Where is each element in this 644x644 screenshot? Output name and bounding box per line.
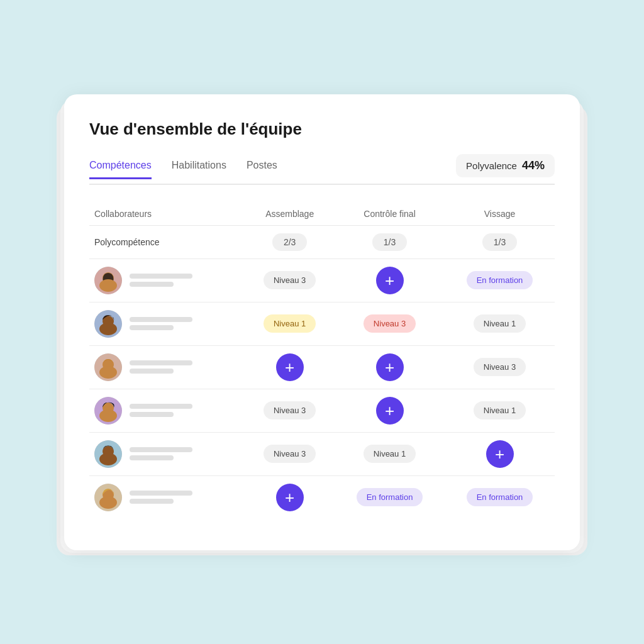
polycomp-row: Polycompétence 2/3 1/3 1/3 [89, 225, 555, 258]
skill-badge: Niveau 1 [264, 314, 316, 333]
polyvalence-badge: Polyvalence 44% [456, 154, 555, 177]
table-row: + + Niveau 3 [89, 345, 555, 389]
add-skill-button[interactable]: + [486, 440, 514, 468]
svg-point-11 [99, 409, 117, 422]
table-row: Niveau 3 Niveau 1 + [89, 432, 555, 475]
name-line [130, 360, 192, 365]
name-line [130, 447, 192, 452]
tab-habilitations[interactable]: Habilitations [172, 160, 226, 179]
avatar [94, 440, 122, 468]
collaborateur-cell [94, 397, 240, 425]
page-title: Vue d'ensemble de l'équipe [89, 119, 555, 139]
tab-competences[interactable]: Compétences [89, 160, 152, 179]
name-line [130, 369, 174, 374]
col-header-vissage: Vissage [445, 203, 555, 226]
collaborateur-cell [94, 484, 240, 511]
collaborateur-cell [94, 440, 240, 468]
name-placeholder [130, 274, 192, 287]
skill-badge: Niveau 1 [364, 445, 416, 463]
add-skill-button[interactable]: + [376, 267, 404, 294]
skill-badge: Niveau 1 [474, 314, 526, 333]
name-line [130, 317, 192, 322]
name-line [130, 325, 174, 330]
skill-badge: En formation [467, 271, 533, 289]
table-row: + En formation En formation [89, 475, 555, 519]
svg-point-5 [99, 323, 117, 335]
name-line [130, 491, 192, 496]
name-placeholder [130, 360, 192, 374]
skill-badge: Niveau 3 [264, 445, 316, 463]
avatar [94, 484, 122, 511]
svg-point-17 [99, 496, 117, 509]
skill-badge: En formation [467, 488, 533, 506]
col-header-controle: Contrôle final [335, 203, 445, 226]
polyvalence-label: Polyvalence [466, 160, 517, 171]
skill-badge: Niveau 3 [264, 401, 316, 419]
collaborateur-cell [94, 267, 240, 294]
avatar [94, 267, 122, 294]
tabs-row: Compétences Habilitations Postes Polyval… [89, 154, 555, 185]
add-skill-button[interactable]: + [276, 484, 304, 511]
add-skill-button[interactable]: + [376, 353, 404, 381]
main-card: Vue d'ensemble de l'équipe Compétences H… [64, 94, 580, 550]
svg-point-14 [99, 453, 117, 465]
polycomp-vissage: 1/3 [482, 233, 517, 251]
polycomp-assemblage: 2/3 [272, 233, 307, 251]
add-skill-button[interactable]: + [276, 353, 304, 381]
name-placeholder [130, 404, 192, 417]
name-placeholder [130, 317, 192, 330]
avatar [94, 310, 122, 338]
tab-postes[interactable]: Postes [247, 160, 277, 179]
polyvalence-value: 44% [522, 159, 545, 172]
polycomp-controle: 1/3 [372, 233, 407, 251]
add-skill-button[interactable]: + [376, 397, 404, 425]
skill-badge: Niveau 3 [364, 314, 416, 333]
skill-badge: En formation [357, 488, 423, 506]
tabs-container: Compétences Habilitations Postes [89, 160, 277, 178]
skill-badge: Niveau 3 [474, 358, 526, 376]
name-line [130, 282, 174, 287]
name-line [130, 412, 174, 417]
table-row: Niveau 1 Niveau 3 Niveau 1 [89, 302, 555, 345]
skill-badge: Niveau 3 [264, 271, 316, 289]
avatar [94, 353, 122, 381]
name-line [130, 499, 174, 504]
col-header-collaborateurs: Collaborateurs [89, 203, 245, 226]
table-row: Niveau 3 + En formation [89, 258, 555, 302]
svg-point-2 [99, 279, 117, 292]
col-header-assemblage: Assemblage [245, 203, 335, 226]
collaborateur-cell [94, 310, 240, 338]
name-line [130, 455, 174, 460]
name-placeholder [130, 491, 192, 504]
collaborateur-cell [94, 353, 240, 381]
name-placeholder [130, 447, 192, 460]
name-line [130, 404, 192, 409]
avatar [94, 397, 122, 425]
svg-point-8 [99, 366, 117, 379]
polycomp-label: Polycompétence [89, 225, 245, 258]
skill-badge: Niveau 1 [474, 401, 526, 419]
table-row: Niveau 3 + Niveau 1 [89, 389, 555, 432]
card-stack: Vue d'ensemble de l'équipe Compétences H… [64, 94, 580, 550]
name-line [130, 274, 192, 279]
skills-table: Collaborateurs Assemblage Contrôle final… [89, 203, 555, 519]
